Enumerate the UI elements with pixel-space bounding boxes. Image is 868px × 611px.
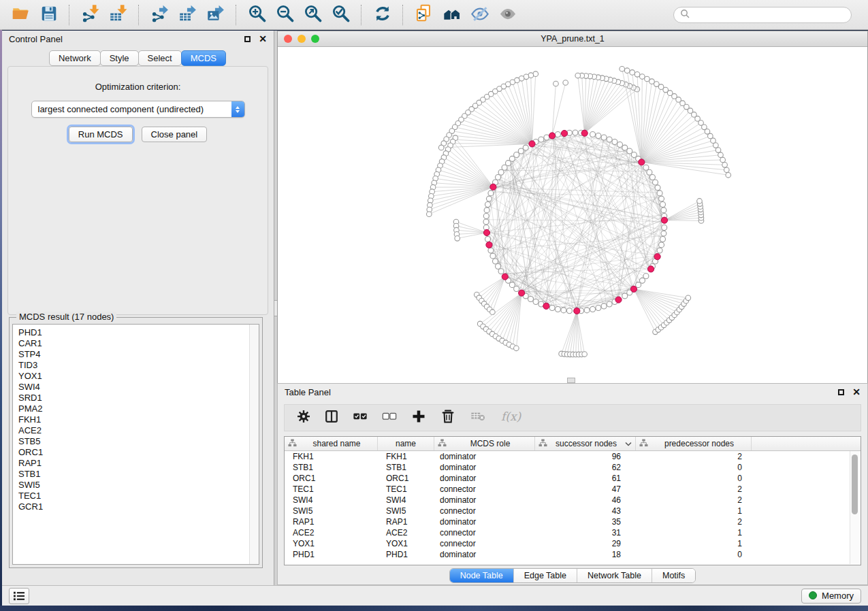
- graph-node[interactable]: [488, 248, 494, 253]
- table-row[interactable]: ACE2ACE2connector311: [285, 527, 861, 538]
- graph-node[interactable]: [573, 130, 578, 135]
- graph-node[interactable]: [518, 148, 524, 154]
- network-canvas[interactable]: [278, 47, 867, 383]
- network-file-button[interactable]: [410, 2, 438, 28]
- mcds-result-item[interactable]: TEC1: [13, 491, 259, 501]
- graph-mcds-node[interactable]: [654, 254, 660, 260]
- graph-node[interactable]: [506, 161, 511, 166]
- graph-node[interactable]: [647, 169, 652, 175]
- graph-node[interactable]: [631, 152, 637, 158]
- import-network-button[interactable]: [76, 2, 104, 28]
- column-header-MCDS-role[interactable]: MCDS role: [434, 437, 535, 450]
- graph-node[interactable]: [496, 264, 501, 269]
- graph-leaf-node[interactable]: [455, 236, 460, 242]
- export-network-button[interactable]: [146, 2, 174, 28]
- graph-node[interactable]: [566, 308, 572, 314]
- column-header-predecessor-nodes[interactable]: predecessor nodes: [636, 437, 752, 450]
- graph-node[interactable]: [555, 306, 560, 312]
- mcds-result-item[interactable]: GCR1: [13, 501, 259, 512]
- zoom-selected-button[interactable]: [327, 2, 355, 28]
- result-list-scrollbar[interactable]: [249, 325, 259, 564]
- graph-leaf-node[interactable]: [514, 346, 519, 351]
- table-row[interactable]: YOX1YOX1connector291: [285, 538, 861, 549]
- graph-node[interactable]: [486, 196, 492, 201]
- graph-leaf-node[interactable]: [649, 79, 655, 84]
- graph-node[interactable]: [514, 152, 519, 158]
- graph-leaf-node[interactable]: [639, 74, 645, 80]
- first-neighbors-button[interactable]: [438, 2, 466, 28]
- graph-leaf-node[interactable]: [726, 172, 731, 178]
- table-row[interactable]: STB1STB1dominator620: [285, 462, 861, 473]
- mcds-result-item[interactable]: ACE2: [13, 425, 259, 436]
- mcds-result-item[interactable]: FKH1: [13, 414, 259, 425]
- graph-leaf-node[interactable]: [713, 143, 719, 148]
- graph-leaf-node[interactable]: [720, 157, 726, 163]
- show-task-history-button[interactable]: [9, 588, 29, 604]
- graph-node[interactable]: [607, 301, 612, 307]
- graph-node[interactable]: [483, 219, 489, 225]
- graph-node[interactable]: [596, 133, 601, 138]
- graph-node[interactable]: [502, 165, 507, 170]
- table-scrollbar-thumb[interactable]: [852, 455, 858, 514]
- graph-node[interactable]: [660, 237, 665, 242]
- graph-node[interactable]: [590, 306, 596, 312]
- mcds-result-item[interactable]: SRD1: [13, 393, 259, 403]
- graph-leaf-node[interactable]: [724, 167, 729, 173]
- window-close-traffic-light[interactable]: [284, 35, 292, 43]
- network-graph[interactable]: [278, 47, 867, 383]
- save-session-button[interactable]: [35, 2, 63, 28]
- graph-mcds-node[interactable]: [549, 133, 555, 139]
- add-column-button[interactable]: [411, 408, 427, 427]
- graph-leaf-node[interactable]: [438, 145, 444, 150]
- select-all-checkboxes-button[interactable]: [352, 409, 368, 427]
- graph-node[interactable]: [493, 259, 498, 264]
- table-row[interactable]: TEC1TEC1connector472: [285, 484, 861, 495]
- tab-style[interactable]: Style: [100, 50, 139, 66]
- graph-leaf-node[interactable]: [658, 84, 664, 90]
- table-row[interactable]: PHD1PHD1dominator180: [285, 549, 861, 560]
- graph-node[interactable]: [649, 175, 655, 180]
- mcds-result-item[interactable]: STB5: [13, 436, 259, 447]
- graph-node[interactable]: [639, 278, 645, 283]
- graph-node[interactable]: [555, 132, 560, 137]
- zoom-out-button[interactable]: [271, 2, 299, 28]
- close-table-panel-icon[interactable]: ✕: [852, 387, 861, 397]
- graph-leaf-node[interactable]: [553, 81, 559, 86]
- graph-leaf-node[interactable]: [654, 82, 660, 87]
- tab-edge-table[interactable]: Edge Table: [514, 569, 577, 582]
- graph-node[interactable]: [561, 308, 566, 313]
- table-row[interactable]: RAP1RAP1dominator352: [285, 516, 861, 527]
- export-table-button[interactable]: [174, 2, 202, 28]
- window-zoom-traffic-light[interactable]: [311, 35, 319, 43]
- search-box[interactable]: [673, 7, 852, 23]
- graph-node[interactable]: [622, 293, 628, 299]
- graph-node[interactable]: [498, 269, 504, 274]
- graph-node[interactable]: [509, 282, 515, 288]
- tab-mcds[interactable]: MCDS: [181, 50, 226, 66]
- tab-network-table[interactable]: Network Table: [577, 569, 652, 582]
- tab-motifs[interactable]: Motifs: [652, 569, 695, 582]
- table-row[interactable]: SWI4SWI4dominator462: [285, 495, 861, 506]
- graph-node[interactable]: [596, 306, 601, 311]
- graph-leaf-node[interactable]: [718, 152, 724, 158]
- graph-leaf-node[interactable]: [686, 295, 691, 301]
- graph-node[interactable]: [590, 132, 596, 137]
- graph-node[interactable]: [657, 191, 662, 196]
- graph-node[interactable]: [643, 274, 649, 279]
- delete-column-button[interactable]: [440, 408, 456, 427]
- float-table-panel-icon[interactable]: [838, 389, 844, 395]
- search-input[interactable]: [693, 10, 845, 20]
- column-header-shared-name[interactable]: shared name: [285, 437, 378, 450]
- graph-mcds-node[interactable]: [486, 242, 492, 248]
- graph-node[interactable]: [549, 306, 555, 311]
- graph-node[interactable]: [659, 196, 664, 201]
- graph-node[interactable]: [662, 225, 667, 231]
- graph-node[interactable]: [601, 135, 607, 140]
- graph-mcds-node[interactable]: [615, 297, 622, 303]
- table-scrollbar-track[interactable]: [850, 451, 860, 564]
- mcds-result-item[interactable]: RAP1: [13, 458, 259, 469]
- graph-node[interactable]: [539, 137, 544, 142]
- open-file-button[interactable]: [7, 2, 35, 28]
- mcds-result-item[interactable]: PMA2: [13, 403, 259, 414]
- graph-mcds-node[interactable]: [561, 130, 567, 136]
